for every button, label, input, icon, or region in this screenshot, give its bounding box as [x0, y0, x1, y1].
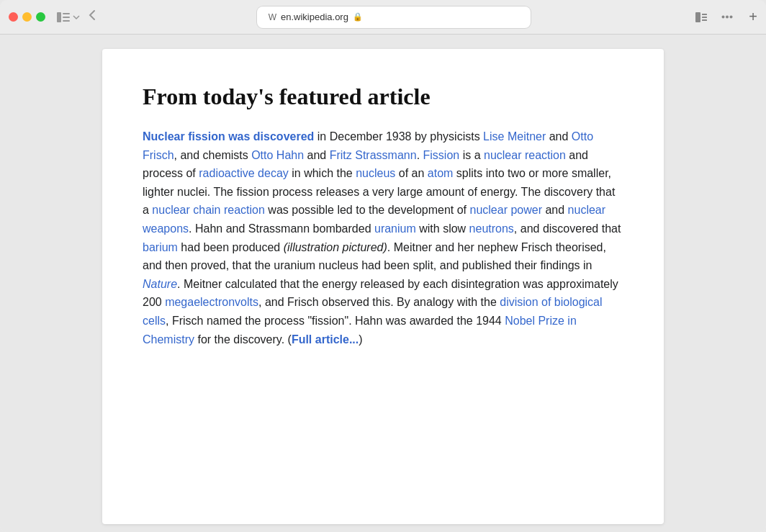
- svg-rect-7: [702, 19, 707, 21]
- browser-content: From today's featured article Nuclear fi…: [0, 35, 766, 532]
- sidebar-icon: [57, 12, 70, 22]
- minimize-button[interactable]: [22, 12, 32, 22]
- link-fission[interactable]: Fission: [423, 149, 460, 161]
- browser-window: W en.wikipedia.org 🔒: [0, 0, 766, 532]
- svg-point-8: [722, 16, 725, 19]
- link-radioactive-decay[interactable]: radioactive decay: [199, 167, 289, 179]
- new-tab-button[interactable]: +: [749, 9, 757, 25]
- page-card: From today's featured article Nuclear fi…: [102, 49, 664, 524]
- link-atom[interactable]: atom: [428, 167, 454, 179]
- link-nucleus[interactable]: nucleus: [356, 167, 395, 179]
- toolbar-right: [691, 7, 737, 27]
- link-nature[interactable]: Nature: [143, 278, 177, 290]
- link-full-article[interactable]: Full article...: [292, 333, 359, 346]
- link-uranium[interactable]: uranium: [374, 222, 416, 235]
- svg-rect-5: [702, 14, 707, 15]
- svg-rect-3: [63, 20, 70, 22]
- article-title: From today's featured article: [143, 84, 623, 110]
- title-bar: W en.wikipedia.org 🔒: [0, 0, 766, 35]
- link-barium[interactable]: barium: [143, 241, 178, 253]
- link-fritz-strassmann[interactable]: Fritz Strassmann: [330, 149, 417, 161]
- link-neutrons[interactable]: neutrons: [469, 222, 514, 235]
- link-nuclear-reaction[interactable]: nuclear reaction: [484, 149, 566, 161]
- url-text: en.wikipedia.org: [281, 12, 348, 22]
- link-nuclear-power[interactable]: nuclear power: [470, 204, 543, 216]
- article-paragraph: Nuclear fission was discovered in Decemb…: [143, 127, 623, 348]
- sidebar-toggle[interactable]: [57, 12, 80, 22]
- address-bar-container: W en.wikipedia.org 🔒: [116, 6, 671, 28]
- link-lise-meitner[interactable]: Lise Meitner: [483, 130, 546, 143]
- svg-rect-1: [63, 13, 70, 14]
- svg-rect-6: [702, 17, 707, 18]
- link-nuclear-chain-reaction[interactable]: nuclear chain reaction: [152, 204, 265, 216]
- lock-icon: 🔒: [353, 12, 363, 22]
- svg-rect-0: [57, 12, 61, 22]
- reader-view-button[interactable]: [691, 7, 711, 27]
- close-button[interactable]: [9, 12, 18, 22]
- svg-point-10: [730, 16, 733, 19]
- site-label: W: [269, 12, 276, 22]
- svg-point-9: [726, 16, 729, 19]
- maximize-button[interactable]: [36, 12, 45, 22]
- traffic-lights: [9, 12, 45, 22]
- back-button[interactable]: [89, 9, 96, 24]
- svg-rect-4: [695, 12, 700, 22]
- link-megaelectronvolts[interactable]: megaelectronvolts: [165, 296, 258, 308]
- link-nobel-prize-chemistry[interactable]: Nobel Prize in Chemistry: [143, 315, 577, 346]
- link-nuclear-fission-discovered[interactable]: Nuclear fission was discovered: [143, 130, 314, 143]
- chevron-down-icon: [73, 14, 80, 20]
- link-otto-hahn[interactable]: Otto Hahn: [251, 149, 304, 161]
- more-options-button[interactable]: [717, 7, 737, 27]
- address-bar[interactable]: W en.wikipedia.org 🔒: [257, 6, 531, 28]
- svg-rect-2: [63, 17, 70, 18]
- article-body: Nuclear fission was discovered in Decemb…: [143, 127, 623, 348]
